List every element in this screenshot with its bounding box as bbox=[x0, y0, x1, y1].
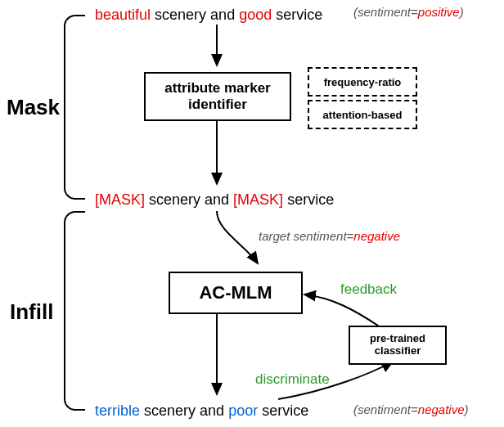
ac-mlm-box: AC-MLM bbox=[169, 272, 303, 314]
edge-label-feedback: feedback bbox=[340, 281, 397, 298]
input-sentence: beautiful scenery and good service bbox=[95, 7, 322, 24]
method-attention-based-label: attention-based bbox=[323, 109, 403, 121]
attribute-marker-identifier-box: attribute marker identifier bbox=[144, 72, 291, 121]
input-word-good: good bbox=[239, 7, 272, 23]
input-sentiment-suffix: ) bbox=[460, 5, 464, 19]
output-sentiment-suffix: ) bbox=[465, 402, 469, 416]
target-sentiment-label: target sentiment=negative bbox=[259, 229, 400, 243]
input-sentiment-prefix: (sentiment= bbox=[353, 5, 418, 19]
masked-word-service: service bbox=[287, 191, 334, 208]
output-word-terrible: terrible bbox=[95, 402, 140, 419]
stage-label-infill: Infill bbox=[10, 299, 53, 325]
input-sentiment-label: (sentiment=positive) bbox=[353, 5, 464, 19]
output-word-mid: scenery and bbox=[144, 402, 224, 419]
mask-brace bbox=[64, 15, 85, 200]
output-word-poor: poor bbox=[228, 402, 258, 419]
output-sentiment-prefix: (sentiment= bbox=[353, 402, 418, 416]
method-frequency-ratio: frequency-ratio bbox=[308, 67, 417, 97]
stage-label-mask: Mask bbox=[7, 95, 60, 120]
classifier-line1: pre-trained bbox=[370, 333, 425, 345]
output-sentiment-value: negative bbox=[418, 402, 465, 416]
input-word-mid: scenery and bbox=[155, 7, 235, 23]
infill-brace bbox=[64, 211, 85, 411]
output-sentiment-label: (sentiment=negative) bbox=[353, 402, 469, 416]
classifier-line2: classifier bbox=[375, 345, 421, 357]
input-sentiment-value: positive bbox=[418, 5, 460, 19]
marker-box-line1: attribute marker bbox=[164, 80, 270, 97]
mask-token-1: [MASK] bbox=[233, 191, 283, 208]
masked-sentence: [MASK] scenery and [MASK] service bbox=[95, 191, 334, 209]
target-sentiment-prefix: target sentiment= bbox=[259, 229, 353, 243]
masked-word-mid: scenery and bbox=[149, 191, 229, 208]
ac-mlm-label: AC-MLM bbox=[199, 282, 272, 303]
mask-token-0: [MASK] bbox=[95, 191, 145, 208]
marker-box-line2: identifier bbox=[188, 97, 247, 113]
method-frequency-ratio-label: frequency-ratio bbox=[324, 76, 402, 88]
input-word-service: service bbox=[276, 7, 322, 23]
input-word-beautiful: beautiful bbox=[95, 7, 151, 23]
method-attention-based: attention-based bbox=[308, 100, 417, 129]
pretrained-classifier-box: pre-trained classifier bbox=[349, 326, 447, 365]
edge-label-discriminate: discriminate bbox=[255, 371, 330, 388]
target-sentiment-value: negative bbox=[353, 229, 400, 243]
output-word-service: service bbox=[262, 402, 308, 419]
output-sentence: terrible scenery and poor service bbox=[95, 402, 308, 420]
